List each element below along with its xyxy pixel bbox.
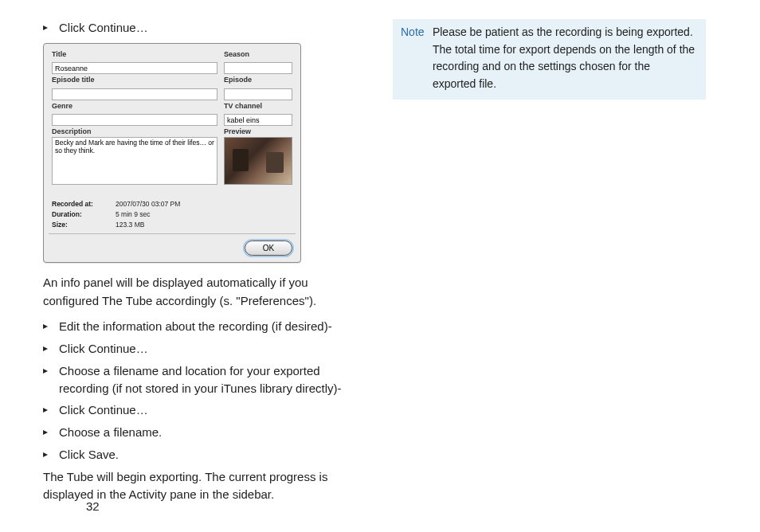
recorded-at-label: Recorded at: (52, 200, 116, 208)
preview-thumbnail (224, 137, 292, 185)
right-column: Note Please be patient as the recording … (370, 0, 733, 532)
step-item: ▸ Click Continue… (43, 19, 361, 37)
step-item: ▸ Click Save. (43, 446, 361, 464)
paragraph: The Tube will begin exporting. The curre… (43, 468, 361, 504)
step-item: ▸ Click Continue… (43, 401, 361, 419)
step-text: Click Continue… (59, 19, 148, 37)
description-label: Description (52, 127, 217, 135)
triangle-right-icon: ▸ (43, 401, 59, 417)
tv-channel-label: TV channel (224, 102, 292, 110)
step-text: Choose a filename and location for your … (59, 362, 361, 397)
step-item: ▸ Click Continue… (43, 340, 361, 358)
info-panel-dialog: Title Season Episode title Episode (43, 43, 301, 264)
note-callout: Note Please be patient as the recording … (393, 19, 706, 100)
episode-label: Episode (224, 76, 292, 84)
genre-input[interactable] (52, 114, 217, 126)
episode-input[interactable] (224, 88, 292, 100)
triangle-right-icon: ▸ (43, 424, 59, 439)
title-input[interactable] (52, 62, 217, 74)
recorded-at-value: 2007/07/30 03:07 PM (116, 200, 292, 208)
metadata-block: Recorded at: 2007/07/30 03:07 PM Duratio… (52, 193, 292, 229)
step-text: Click Continue… (59, 401, 148, 419)
triangle-right-icon: ▸ (43, 318, 59, 333)
manual-page: ▸ Click Continue… Title Season Episode t… (0, 0, 760, 532)
step-text: Choose a filename. (59, 424, 162, 441)
step-item: ▸ Choose a filename and location for you… (43, 362, 361, 397)
note-label: Note (401, 24, 429, 41)
left-column: ▸ Click Continue… Title Season Episode t… (0, 0, 370, 532)
title-label: Title (52, 50, 217, 58)
paragraph: An info panel will be displayed automati… (43, 274, 361, 310)
step-text: Click Continue… (59, 340, 148, 358)
duration-label: Duration: (52, 210, 116, 218)
triangle-right-icon: ▸ (43, 362, 59, 377)
triangle-right-icon: ▸ (43, 340, 59, 355)
triangle-right-icon: ▸ (43, 446, 59, 461)
duration-value: 5 min 9 sec (116, 210, 292, 218)
ok-button[interactable]: OK (245, 241, 292, 256)
size-label: Size: (52, 221, 116, 229)
step-text: Edit the information about the recording… (59, 318, 332, 335)
season-label: Season (224, 50, 292, 58)
episode-title-label: Episode title (52, 76, 217, 84)
page-number: 32 (86, 499, 100, 513)
preview-label: Preview (224, 127, 292, 135)
step-item: ▸ Choose a filename. (43, 424, 361, 441)
season-input[interactable] (224, 62, 292, 74)
note-text: Please be patient as the recording is be… (433, 24, 696, 93)
step-text: Click Save. (59, 446, 119, 464)
episode-title-input[interactable] (52, 88, 217, 100)
genre-label: Genre (52, 102, 217, 110)
step-item: ▸ Edit the information about the recordi… (43, 318, 361, 335)
description-textarea[interactable] (52, 137, 217, 185)
triangle-right-icon: ▸ (43, 19, 59, 34)
size-value: 123.3 MB (116, 221, 292, 229)
tv-channel-input[interactable] (224, 114, 292, 126)
